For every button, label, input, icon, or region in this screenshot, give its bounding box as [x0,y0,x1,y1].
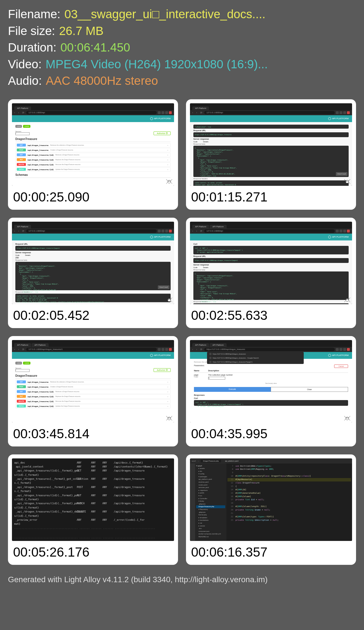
ext-icon[interactable] [169,111,172,114]
tree-item[interactable]: README.md [196,536,225,538]
endpoint-path: /api/dragon_treasures/{id} [27,396,54,398]
http-method-badge: GET [17,380,26,383]
file-tree[interactable]: ▾ apip3▸ assets▸ bin▾ config ▾ packages … [195,464,226,541]
endpoint-row[interactable]: PATCH/api/dragon_treasures/{id}Updates t… [15,167,171,172]
tree-item[interactable]: .env [196,527,225,530]
authorize-button[interactable]: Authorize [154,131,171,135]
ext-icon[interactable] [165,111,168,114]
tree-item[interactable]: ▸ assets [196,467,225,470]
timestamp: 00:05:26.176 [12,541,174,561]
section-title[interactable]: DragonTreasure [15,373,171,379]
endpoint-row[interactable]: GET/api/dragon_treasuresRetrieves the co… [15,380,171,384]
tree-item[interactable]: ▸ bin [196,470,225,473]
http-method-badge: PUT [17,395,26,398]
code-editor[interactable]: 7use Doctrine\DBAL\Types\Types;8use Doct… [226,464,352,541]
suggestion-item[interactable]: https://127.0.0.1:8000/api/dragon_treasu… [207,360,304,364]
url-bar[interactable]: 127.0.0.1:8000/api [204,229,335,233]
tree-item[interactable]: composer.json [196,530,225,533]
endpoint-row[interactable]: GET/api/dragon_treasures/{id}Retrieves a… [15,153,171,157]
tree-item[interactable]: Kernel.php [196,514,225,516]
endpoint-row[interactable]: PUT/api/dragon_treasures/{id}Replaces th… [15,394,171,399]
url-suggestions[interactable]: https://127.0.0.1:8000/api/dragon_treasu… [207,352,304,364]
tree-item[interactable]: ▸ migrations [196,489,225,492]
suggestion-item[interactable]: https://127.0.0.1:8000/api/dragon_treasu… [207,352,304,356]
url-bar[interactable]: 127.0.0.1:8000/api [204,111,335,114]
url-bar[interactable]: 127.0.0.1:8000/api/dragon_treasures/1 [26,348,157,351]
tree-item[interactable]: routes.yaml [196,484,225,487]
thumbnail-4[interactable]: API PlatformAPI Platform ‹›⟳127.0.0.1:80… [186,218,356,328]
url-bar[interactable]: 127.0.0.1:8000/api [26,229,157,233]
page-input[interactable]: 1 [208,377,225,380]
tree-item[interactable]: ▾ Repository [196,508,225,511]
endpoint-path: /api/dragon_treasures/{id} [27,400,54,402]
http-method-badge: DELETE [17,400,26,403]
tree-item[interactable]: ▸ Controller [196,497,225,500]
tree-item[interactable]: ▸ var [196,522,225,525]
nav-back-icon[interactable]: ‹ [14,111,17,114]
code-line: 11#[ApiResource] [228,478,351,481]
endpoint-row[interactable]: GET/api/dragon_treasures/{id}Retrieves a… [15,390,171,394]
ext-icon[interactable] [162,111,164,114]
clear-button[interactable]: Clear [271,387,348,392]
tree-item[interactable]: DragonTreasure.php [196,505,225,508]
tree-item[interactable]: .gitignore [196,511,225,514]
thumbnail-7[interactable]: api_docANYANYANY/api/docs.{_format} api_… [8,454,178,565]
execute-button[interactable]: Execute [194,387,271,392]
cancel-button[interactable]: Cancel [334,365,348,368]
servers-select[interactable]: / [15,132,30,135]
url-bar[interactable]: 127.0.0.1:8000/api [26,111,157,114]
terminal[interactable]: api_docANYANYANY/api/docs.{_format} api_… [12,458,174,541]
tree-item[interactable]: docker-compose.override.yml [196,533,225,536]
tree-item[interactable]: api_platform.yaml [196,478,225,481]
request-url-label: Request URL [193,129,349,131]
editor-tab[interactable]: api_platform.yaml [223,460,241,462]
tree-item[interactable]: ▾ packages [196,475,225,478]
tree-item[interactable]: ▾ Entity [196,500,225,503]
code-line: 23 private ?string $description = null; [228,519,351,522]
tree-item[interactable]: ▸ vendor [196,525,225,528]
response-body: { "@context": "/api/contexts/DragonTreas… [193,271,349,300]
endpoint-row[interactable]: DELETE/api/dragon_treasures/{id}Removes … [15,399,171,403]
schemas-title[interactable]: Schemas [15,172,171,178]
endpoint-row[interactable]: PATCH/api/dragon_treasures/{id}Updates t… [15,404,171,408]
tree-item[interactable]: ▸ public [196,492,225,495]
chevron-down-icon: ⌄ [167,154,169,156]
download-button[interactable]: Download [158,285,169,289]
endpoint-row[interactable]: DELETE/api/dragon_treasures/{id}Removes … [15,162,171,167]
suggestion-item[interactable]: https://127.0.0.1:8000/api/dragon_treasu… [207,356,304,360]
nav-fwd-icon[interactable]: › [18,111,21,114]
download-button[interactable]: Download [336,172,348,176]
thumbnail-5[interactable]: API PlatformAPI Platform ‹›⟳127.0.0.1:80… [8,336,178,446]
thumbnail-8[interactable]: apip3 › DragonTreasure.php api_platform.… [186,454,356,565]
endpoint-row[interactable]: PUT/api/dragon_treasures/{id}Replaces th… [15,158,171,162]
endpoint-row[interactable]: POST/api/dragon_treasuresCreates a Drago… [15,148,171,152]
tree-item[interactable]: ▸ translations [196,519,225,522]
endpoint-desc: Retrieves a DragonTreasure resource. [55,154,80,156]
tree-item[interactable]: services.yaml [196,486,225,489]
section-title[interactable]: DragonTreasure [15,136,171,142]
servers-select[interactable]: / [15,369,30,372]
svg-point-15 [346,417,349,420]
tree-item[interactable]: doctrine.yaml [196,481,225,484]
thumbnail-1[interactable]: API Platform ‹›⟳127.0.0.1:8000/api API P… [8,99,178,210]
url-bar[interactable]: https://127.0.0.1:8000/api/dragon_treasu… [204,348,335,351]
ext-icon[interactable] [158,111,161,114]
endpoint-row[interactable]: GET/api/dragon_treasuresRetrieves the co… [15,143,171,147]
authorize-button[interactable]: Authorize [154,368,171,372]
browser-tab[interactable]: API Platform [14,225,31,228]
timestamp: 00:02:55.633 [190,304,352,324]
thumbnail-3[interactable]: API Platform ‹›⟳127.0.0.1:8000/api API P… [8,218,178,328]
tree-item[interactable]: ▸ templates [196,516,225,519]
browser-tab[interactable]: API Platform [14,106,31,110]
tree-item[interactable]: .gitignore [196,503,225,506]
endpoint-row[interactable]: POST/api/dragon_treasuresCreates a Drago… [15,385,171,389]
http-method-badge: PATCH [17,168,26,171]
tree-item[interactable]: ▾ src [196,495,225,497]
thumbnail-2[interactable]: API Platform ‹›⟳127.0.0.1:8000/api API P… [186,99,356,210]
nav-reload-icon[interactable]: ⟳ [22,111,25,114]
editor-tab[interactable]: DragonTreasure.php [201,460,221,462]
empty-hint: Send empty value [194,382,348,384]
tree-item[interactable]: ▾ config [196,473,225,475]
browser-tab[interactable]: API Platform [192,106,209,110]
thumbnail-6[interactable]: API PlatformAPI Platform ‹›⟳https://127.… [186,336,356,446]
